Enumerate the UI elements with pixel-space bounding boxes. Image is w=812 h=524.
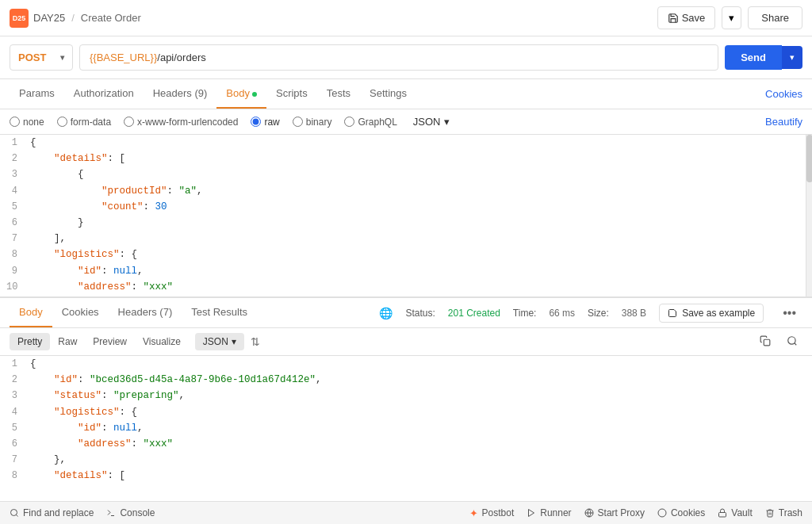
tab-headers[interactable]: Headers (9) xyxy=(144,79,217,109)
cookies-item[interactable]: Cookies xyxy=(657,507,705,518)
chevron-down-icon: ▾ xyxy=(729,12,734,24)
scrollbar-thumb[interactable] xyxy=(806,135,812,182)
save-example-button[interactable]: Save as example xyxy=(659,304,764,323)
radio-graphql[interactable]: GraphQL xyxy=(344,117,396,128)
code-line: 1 { xyxy=(0,356,812,372)
code-line: 10 "address": "xxx" xyxy=(0,279,812,295)
send-button[interactable]: Send xyxy=(725,45,782,70)
resp-tab-headers[interactable]: Headers (7) xyxy=(109,298,182,327)
svg-point-9 xyxy=(658,509,666,517)
breadcrumb: DAY25 / Create Order xyxy=(33,12,141,24)
radio-none[interactable]: none xyxy=(10,117,44,128)
fmt-tab-pretty[interactable]: Pretty xyxy=(10,333,50,350)
fmt-tab-preview[interactable]: Preview xyxy=(85,333,135,350)
status-label: Status: xyxy=(405,308,435,319)
find-replace-item[interactable]: Find and replace xyxy=(10,507,94,518)
code-line: 8 "details": [ xyxy=(0,468,812,484)
console-item[interactable]: Console xyxy=(106,507,155,518)
top-bar: D25 DAY25 / Create Order Save ▾ Share xyxy=(0,0,812,36)
runner-item[interactable]: Runner xyxy=(527,507,571,518)
breadcrumb-current: Create Order xyxy=(81,12,141,24)
svg-line-4 xyxy=(16,514,17,516)
radio-urlencoded[interactable]: x-www-form-urlencoded xyxy=(124,117,238,128)
fmt-tab-visualize[interactable]: Visualize xyxy=(135,333,189,350)
trash-item[interactable]: Trash xyxy=(765,507,802,518)
copy-button[interactable] xyxy=(755,334,776,350)
method-select[interactable]: POST ▾ xyxy=(10,44,73,71)
time-label: Time: xyxy=(513,308,537,319)
tab-scripts[interactable]: Scripts xyxy=(266,79,317,109)
code-line: 2 "id": "bced36d5-d45a-4a87-9b6e-10d1a67… xyxy=(0,372,812,388)
bottom-bar: Find and replace Console ✦ Postbot Runne… xyxy=(0,501,812,524)
send-button-group: Send ▾ xyxy=(725,45,802,70)
save-dropdown-button[interactable]: ▾ xyxy=(722,6,741,29)
more-options-button[interactable]: ••• xyxy=(776,303,802,323)
tab-settings[interactable]: Settings xyxy=(360,79,416,109)
top-bar-left: D25 DAY25 / Create Order xyxy=(10,9,651,28)
response-body-code[interactable]: 1 { 2 "id": "bced36d5-d45a-4a87-9b6e-10d… xyxy=(0,356,812,501)
svg-point-1 xyxy=(788,336,795,343)
code-line: 1 { xyxy=(0,135,812,151)
code-line: 5 "id": null, xyxy=(0,420,812,436)
chevron-down-icon: ▾ xyxy=(444,116,450,128)
size-label: Size: xyxy=(588,308,609,319)
resp-tab-cookies[interactable]: Cookies xyxy=(52,298,109,327)
url-suffix: /api/orders xyxy=(157,52,205,63)
sort-icon[interactable]: ⇅ xyxy=(251,335,260,348)
method-caret-icon: ▾ xyxy=(60,53,64,62)
search-button[interactable] xyxy=(782,334,802,350)
postbot-item[interactable]: ✦ Postbot xyxy=(469,507,515,519)
cookies-link[interactable]: Cookies xyxy=(765,80,802,108)
tab-tests[interactable]: Tests xyxy=(317,79,360,109)
radio-binary[interactable]: binary xyxy=(293,117,332,128)
tab-authorization[interactable]: Authorization xyxy=(64,79,144,109)
vault-item[interactable]: Vault xyxy=(718,507,752,518)
fmt-tab-raw[interactable]: Raw xyxy=(50,333,85,350)
share-button[interactable]: Share xyxy=(748,6,802,29)
runner-icon xyxy=(527,508,536,518)
code-line: 8 "logistics": { xyxy=(0,247,812,262)
code-line: 6 "address": "xxx" xyxy=(0,436,812,452)
radio-form-data[interactable]: form-data xyxy=(57,117,111,128)
response-format-bar: Pretty Raw Preview Visualize JSON ▾ ⇅ xyxy=(0,328,812,356)
code-line: 4 "logistics": { xyxy=(0,404,812,420)
send-dropdown-button[interactable]: ▾ xyxy=(782,46,802,69)
code-line: 7 ], xyxy=(0,231,812,247)
search-icon xyxy=(787,335,798,346)
code-line: 4 "productId": "a", xyxy=(0,183,812,199)
tab-body[interactable]: Body xyxy=(216,79,266,109)
code-line: 11 } xyxy=(0,295,812,297)
format-select[interactable]: JSON ▾ xyxy=(413,116,450,128)
globe-icon: 🌐 xyxy=(379,307,393,319)
code-line: 7 }, xyxy=(0,452,812,468)
svg-marker-6 xyxy=(529,510,534,517)
app-icon: D25 xyxy=(10,9,29,28)
scrollbar-track[interactable] xyxy=(806,135,812,296)
code-line: 6 } xyxy=(0,215,812,231)
tab-params[interactable]: Params xyxy=(10,79,64,109)
trash-icon xyxy=(765,508,775,518)
beautify-button[interactable]: Beautify xyxy=(765,116,802,128)
svg-line-2 xyxy=(795,342,797,345)
svg-rect-0 xyxy=(764,339,770,346)
start-proxy-item[interactable]: Start Proxy xyxy=(584,507,645,518)
method-value: POST xyxy=(18,52,46,63)
request-body-editor[interactable]: 1 { 2 "details": [ 3 { 4 "productId": "a… xyxy=(0,135,812,297)
save-button[interactable]: Save xyxy=(657,6,716,29)
size-value: 388 B xyxy=(622,308,646,319)
response-format-select[interactable]: JSON ▾ xyxy=(195,333,244,350)
code-line: 3 "status": "preparing", xyxy=(0,388,812,404)
radio-raw[interactable]: raw xyxy=(251,117,279,128)
proxy-icon xyxy=(584,508,594,518)
resp-tab-body[interactable]: Body xyxy=(10,298,52,327)
url-input[interactable]: {{BASE_URL}}/api/orders xyxy=(79,44,718,71)
breadcrumb-sep: / xyxy=(71,12,75,24)
request-tabs: Params Authorization Headers (9) Body Sc… xyxy=(0,79,812,109)
resp-tab-test-results[interactable]: Test Results xyxy=(182,298,257,327)
time-value: 66 ms xyxy=(549,308,575,319)
response-header: Body Cookies Headers (7) Test Results 🌐 … xyxy=(0,298,812,328)
top-bar-right: Save ▾ Share xyxy=(657,6,802,29)
code-line: 5 "count": 30 xyxy=(0,199,812,215)
chevron-down-icon: ▾ xyxy=(232,336,236,347)
body-options: none form-data x-www-form-urlencoded raw… xyxy=(0,109,812,135)
